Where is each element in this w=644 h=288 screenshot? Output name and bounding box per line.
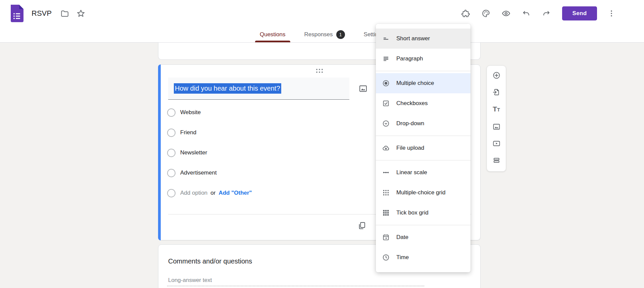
option-row: Newsletter [167, 143, 252, 163]
send-button[interactable]: Send [562, 6, 597, 20]
drag-handle-icon[interactable] [316, 69, 323, 73]
question-type-menu: Short answer Paragraph Multiple choice C… [376, 24, 470, 272]
menu-item-label: Drop-down [396, 120, 424, 127]
option-row: Advertisement [167, 163, 252, 183]
menu-item-label: Multiple-choice grid [396, 189, 445, 196]
selected-card-indicator [158, 64, 161, 240]
add-other-link[interactable]: Add "Other" [218, 190, 252, 196]
google-forms-logo-icon[interactable] [10, 5, 23, 22]
radio-icon[interactable] [167, 149, 176, 157]
long-answer-line [167, 286, 424, 286]
tab-bar: Questions Responses 1 Settings [0, 27, 644, 42]
add-section-icon[interactable] [492, 156, 501, 164]
responses-count-badge: 1 [336, 30, 345, 39]
undo-icon[interactable] [522, 9, 531, 18]
menu-item-label: File upload [396, 145, 424, 151]
menu-item-label: Time [396, 254, 409, 261]
menu-item-drop-down[interactable]: Drop-down [376, 113, 470, 134]
menu-item-multiple-choice[interactable]: Multiple choice [376, 73, 470, 93]
tab-responses[interactable]: Responses 1 [300, 27, 350, 42]
menu-item-label: Date [396, 234, 408, 241]
or-label: or [210, 190, 215, 196]
date-icon [382, 233, 390, 241]
add-image-to-question-button[interactable] [357, 83, 369, 94]
add-option-button[interactable]: Add option [180, 190, 207, 196]
menu-item-label: Checkboxes [396, 100, 428, 107]
active-tab-underline [255, 41, 290, 42]
menu-item-short-answer[interactable]: Short answer [376, 29, 470, 49]
add-ons-icon[interactable] [461, 9, 470, 18]
add-image-icon[interactable] [492, 123, 501, 131]
paragraph-icon [382, 55, 390, 63]
time-icon [382, 253, 390, 261]
menu-item-time[interactable]: Time [376, 247, 470, 268]
multiple-choice-icon [382, 79, 390, 87]
menu-item-paragraph[interactable]: Paragraph [376, 49, 470, 69]
duplicate-question-icon[interactable] [357, 221, 366, 230]
google-forms-editor: { "header": { "title": "RSVP", "send_lab… [0, 0, 644, 288]
menu-divider [376, 136, 470, 136]
drop-down-icon [382, 119, 390, 128]
star-icon[interactable] [77, 9, 85, 18]
menu-item-label: Short answer [396, 35, 430, 42]
menu-item-multiple-choice-grid[interactable]: Multiple-choice grid [376, 183, 470, 203]
menu-item-label: Paragraph [396, 55, 423, 62]
option-row: Friend [167, 123, 252, 143]
multiple-choice-grid-icon [382, 189, 390, 197]
add-option-row: Add option or Add "Other" [167, 183, 252, 203]
tick-box-grid-icon [382, 209, 390, 217]
add-question-icon[interactable] [492, 71, 501, 80]
radio-icon[interactable] [167, 129, 176, 137]
form-title[interactable]: RSVP [32, 9, 52, 18]
add-video-icon[interactable] [492, 139, 501, 148]
options-list: Website Friend Newsletter Advertisement … [167, 102, 252, 203]
preview-eye-icon[interactable] [502, 9, 510, 18]
header-right-group: Send [461, 0, 616, 27]
menu-item-label: Tick box grid [396, 209, 429, 216]
menu-item-label: Linear scale [396, 169, 427, 176]
linear-scale-icon [382, 169, 390, 177]
option-label[interactable]: Newsletter [180, 149, 207, 156]
menu-divider [376, 225, 470, 225]
file-upload-icon [382, 144, 390, 152]
option-label[interactable]: Website [180, 109, 201, 116]
radio-icon [167, 189, 176, 197]
radio-icon[interactable] [167, 108, 176, 117]
menu-item-label: Multiple choice [396, 80, 434, 87]
menu-item-date[interactable]: Date [376, 227, 470, 247]
checkboxes-icon [382, 99, 390, 107]
tab-questions-label: Questions [260, 31, 286, 38]
option-label[interactable]: Advertisement [180, 170, 217, 176]
more-options-icon[interactable] [607, 9, 616, 18]
add-title-icon[interactable]: TT [493, 105, 500, 114]
tab-responses-label: Responses [304, 31, 333, 38]
header-left-group: RSVP [10, 5, 93, 22]
comments-question-title: Comments and/or questions [168, 257, 252, 265]
radio-icon[interactable] [167, 169, 176, 177]
move-to-folder-icon[interactable] [60, 9, 69, 18]
app-header: RSVP [0, 0, 644, 43]
theme-palette-icon[interactable] [482, 9, 490, 18]
option-label[interactable]: Friend [180, 129, 196, 136]
question-title-input[interactable]: How did you hear about this event? [168, 78, 349, 100]
import-questions-icon[interactable] [492, 88, 501, 96]
menu-item-linear-scale[interactable]: Linear scale [376, 162, 470, 183]
menu-divider [376, 160, 470, 160]
floating-toolbar: TT [487, 65, 506, 172]
menu-item-checkboxes[interactable]: Checkboxes [376, 93, 470, 113]
option-row: Website [167, 102, 252, 123]
menu-divider [376, 71, 470, 71]
tab-questions[interactable]: Questions [255, 27, 290, 42]
short-answer-icon [382, 35, 390, 43]
menu-item-tick-box-grid[interactable]: Tick box grid [376, 203, 470, 223]
top-bar: RSVP [0, 0, 644, 27]
redo-icon[interactable] [542, 9, 551, 18]
menu-item-file-upload[interactable]: File upload [376, 138, 470, 158]
long-answer-placeholder: Long-answer text [168, 277, 212, 284]
question-title-selected-text: How did you hear about this event? [174, 83, 281, 94]
